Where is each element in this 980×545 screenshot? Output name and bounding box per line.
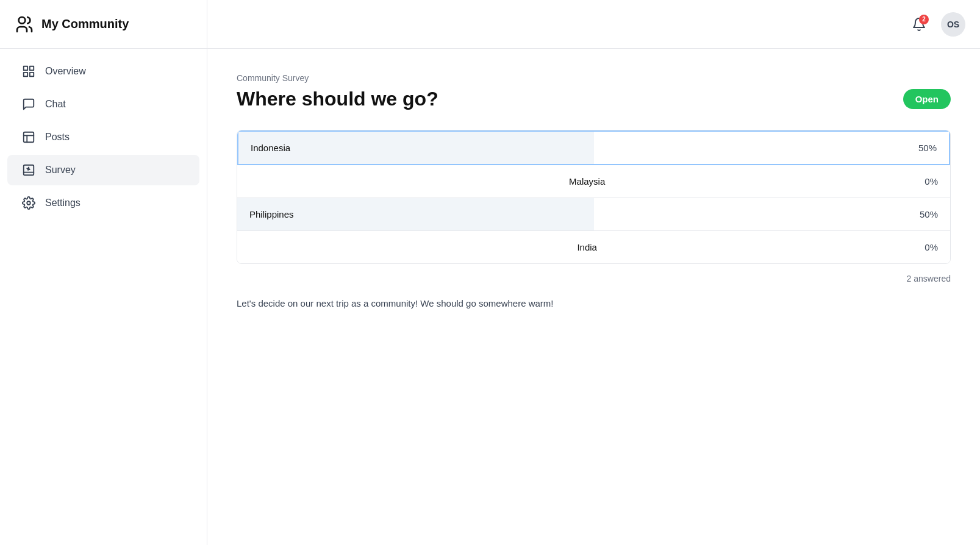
sidebar-item-chat[interactable]: Chat bbox=[7, 89, 199, 119]
chat-icon bbox=[22, 98, 35, 111]
main-content: 2 OS Community Survey Where should we go… bbox=[207, 0, 980, 545]
survey-header: Where should we go? Open bbox=[237, 88, 951, 110]
option-row-indonesia[interactable]: Indonesia 50% bbox=[237, 130, 950, 165]
sidebar-item-posts-label: Posts bbox=[45, 132, 70, 143]
notification-badge: 2 bbox=[919, 15, 929, 24]
answered-count: 2 answered bbox=[237, 274, 951, 283]
option-row-malaysia[interactable]: Malaysia 0% bbox=[237, 165, 950, 198]
community-icon bbox=[15, 15, 34, 34]
svg-rect-2 bbox=[30, 66, 34, 70]
option-pct-philippines: 50% bbox=[920, 209, 938, 219]
sidebar-item-chat-label: Chat bbox=[45, 99, 66, 110]
option-pct-indonesia: 50% bbox=[918, 143, 937, 153]
svg-rect-1 bbox=[24, 66, 27, 70]
option-name-philippines: Philippines bbox=[249, 209, 294, 219]
overview-icon bbox=[22, 65, 35, 78]
posts-icon bbox=[22, 130, 35, 144]
svg-rect-5 bbox=[24, 132, 34, 143]
sidebar: My Community Overview Chat bbox=[0, 0, 207, 545]
option-row-philippines[interactable]: Philippines 50% bbox=[237, 198, 950, 231]
survey-options: Indonesia 50% Malaysia 0% Philippines 50… bbox=[237, 130, 951, 264]
open-button[interactable]: Open bbox=[903, 89, 951, 109]
option-pct-india: 0% bbox=[925, 242, 938, 252]
svg-rect-3 bbox=[24, 73, 27, 76]
survey-description: Let's decide on our next trip as a commu… bbox=[237, 298, 951, 308]
sidebar-item-settings[interactable]: Settings bbox=[7, 188, 199, 218]
sidebar-item-posts[interactable]: Posts bbox=[7, 122, 199, 152]
svg-point-10 bbox=[27, 201, 30, 205]
avatar-button[interactable]: OS bbox=[941, 12, 965, 37]
topbar: 2 OS bbox=[207, 0, 980, 49]
sidebar-item-settings-label: Settings bbox=[45, 198, 80, 208]
sidebar-item-survey-label: Survey bbox=[45, 165, 76, 176]
survey-title: Where should we go? bbox=[237, 88, 438, 110]
sidebar-nav: Overview Chat Posts Survey bbox=[0, 49, 207, 226]
sidebar-header: My Community bbox=[0, 0, 207, 49]
option-name-indonesia: Indonesia bbox=[251, 143, 290, 153]
settings-icon bbox=[22, 196, 35, 210]
survey-label: Community Survey bbox=[237, 73, 951, 83]
notification-button[interactable]: 2 bbox=[907, 12, 931, 37]
option-pct-malaysia: 0% bbox=[925, 176, 938, 187]
option-row-india[interactable]: India 0% bbox=[237, 231, 950, 263]
survey-icon bbox=[22, 163, 35, 177]
sidebar-item-survey[interactable]: Survey bbox=[7, 155, 199, 185]
option-name-india: India bbox=[577, 242, 597, 252]
svg-rect-4 bbox=[30, 73, 34, 76]
option-name-malaysia: Malaysia bbox=[569, 176, 605, 187]
sidebar-item-overview-label: Overview bbox=[45, 66, 86, 77]
survey-content: Community Survey Where should we go? Ope… bbox=[207, 49, 980, 545]
sidebar-title: My Community bbox=[41, 17, 129, 31]
sidebar-item-overview[interactable]: Overview bbox=[7, 56, 199, 87]
svg-point-0 bbox=[19, 17, 26, 24]
